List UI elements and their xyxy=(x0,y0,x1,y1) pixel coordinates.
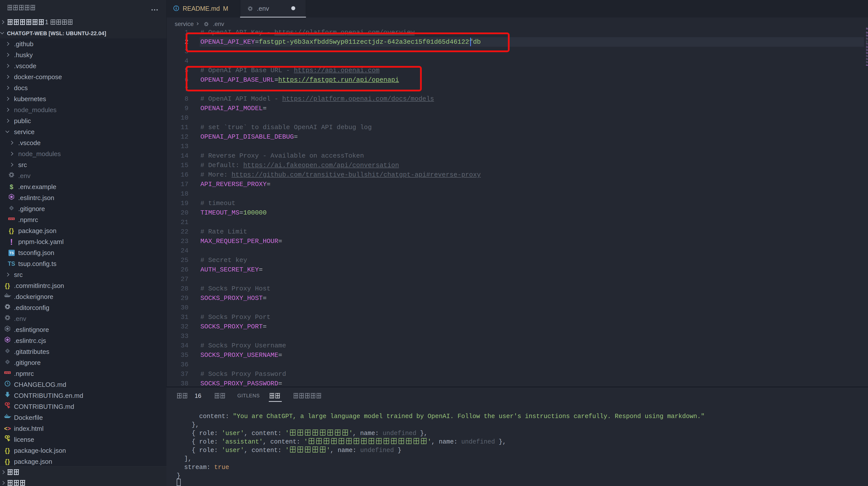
svg-text:TS: TS xyxy=(9,251,14,255)
